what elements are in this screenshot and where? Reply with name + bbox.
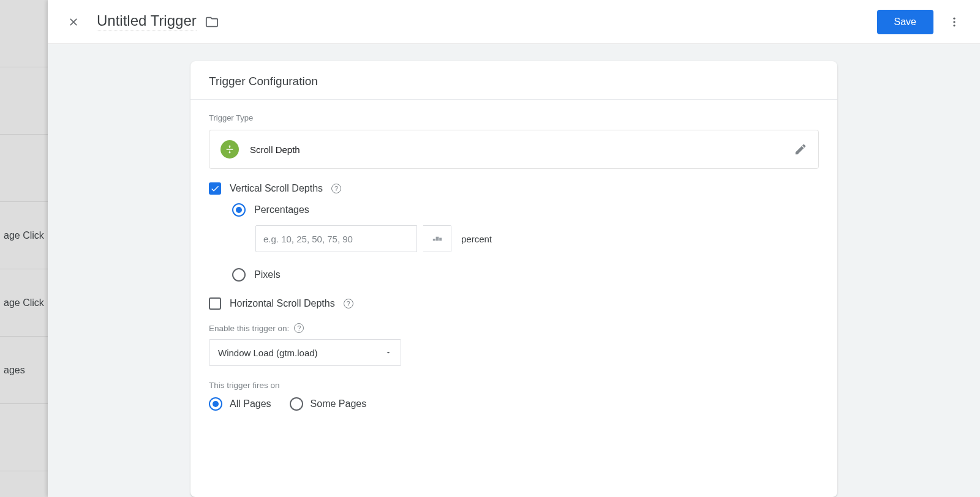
more-vert-icon [948,16,960,28]
trigger-type-selector[interactable]: Scroll Depth [209,130,819,169]
close-icon [67,16,80,28]
more-menu-button[interactable] [946,13,963,31]
help-icon[interactable]: ? [344,299,353,308]
panel-header: Untitled Trigger Save [48,0,980,44]
chevron-down-icon [385,349,392,356]
vertical-scroll-label: Vertical Scroll Depths [230,183,323,194]
percentages-radio-row: Percentages [232,203,819,217]
fires-on-label: This trigger fires on [209,381,819,390]
trigger-config-card: Trigger Configuration Trigger Type Scrol… [190,61,837,497]
check-icon [210,184,220,193]
all-pages-radio[interactable] [209,397,222,411]
variable-picker-button[interactable] [423,225,451,252]
trigger-type-name: Scroll Depth [250,144,783,155]
enable-trigger-select[interactable]: Window Load (gtm.load) [209,339,401,366]
variable-icon [431,234,443,244]
slide-over-panel: Untitled Trigger Save Trigger Configurat… [48,0,980,497]
edit-trigger-type-button[interactable] [794,143,807,156]
vertical-scroll-checkbox[interactable] [209,182,221,195]
enable-trigger-label: Enable this trigger on: ? [209,323,819,333]
pencil-icon [794,143,807,156]
svg-point-2 [953,24,955,26]
trigger-title[interactable]: Untitled Trigger [97,12,197,31]
horizontal-scroll-checkbox-row: Horizontal Scroll Depths ? [209,297,819,310]
scroll-depth-icon [221,140,239,159]
horizontal-scroll-label: Horizontal Scroll Depths [230,298,335,309]
percentages-radio[interactable] [232,203,246,217]
horizontal-scroll-checkbox[interactable] [209,297,221,310]
folder-icon [205,15,219,29]
close-button[interactable] [65,13,82,31]
vertical-scroll-checkbox-row: Vertical Scroll Depths ? [209,182,819,195]
save-button[interactable]: Save [877,10,933,34]
pixels-radio[interactable] [232,268,246,282]
percentages-input[interactable] [255,225,417,252]
percentages-label: Percentages [254,204,309,215]
help-icon[interactable]: ? [331,184,341,193]
pixels-label: Pixels [254,269,281,280]
folder-button[interactable] [205,15,219,29]
svg-point-1 [953,21,955,23]
enable-trigger-value: Window Load (gtm.load) [218,348,318,358]
panel-body: Trigger Configuration Trigger Type Scrol… [48,44,980,497]
percentages-input-row: percent [255,225,819,252]
card-title: Trigger Configuration [190,61,837,100]
trigger-type-label: Trigger Type [209,113,819,122]
svg-point-0 [953,17,955,19]
help-icon[interactable]: ? [294,323,304,333]
all-pages-label: All Pages [230,398,271,409]
pixels-radio-row: Pixels [232,268,819,282]
some-pages-label: Some Pages [311,398,367,409]
fires-on-radio-group: All Pages Some Pages [209,397,819,411]
some-pages-radio[interactable] [290,397,303,411]
percent-suffix: percent [461,234,492,244]
